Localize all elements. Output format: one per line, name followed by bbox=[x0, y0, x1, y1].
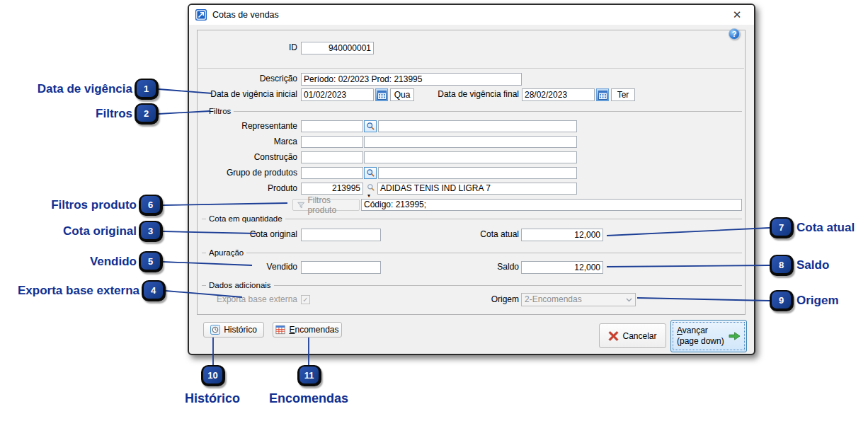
apuracao-group: Apuração bbox=[202, 253, 742, 254]
construcao-name-field[interactable] bbox=[364, 151, 577, 163]
app-icon bbox=[195, 9, 207, 21]
callout-badge-1: 1 bbox=[135, 79, 159, 100]
search-icon[interactable] bbox=[364, 120, 377, 132]
callout-badge-8: 8 bbox=[770, 255, 794, 276]
marca-code-field[interactable] bbox=[301, 136, 363, 148]
magnifier-glyph bbox=[366, 168, 375, 178]
avancar-button[interactable]: Avançar (page down) bbox=[670, 320, 747, 352]
callout-label-saldo: Saldo bbox=[796, 257, 829, 274]
cota-atual-label: Cota atual bbox=[480, 229, 519, 241]
section-separator bbox=[198, 68, 744, 69]
apuracao-legend: Apuração bbox=[206, 248, 246, 258]
calendar-glyph bbox=[598, 91, 607, 100]
origem-dropdown[interactable]: 2-Encomendas bbox=[521, 293, 636, 306]
saldo-field[interactable]: 12,000 bbox=[521, 261, 603, 274]
calendar-icon[interactable] bbox=[375, 88, 388, 101]
callout-label-origem: Origem bbox=[796, 292, 839, 309]
callout-badge-5: 5 bbox=[139, 251, 163, 272]
magnifier-glyph bbox=[366, 122, 375, 131]
callout-badge-6: 6 bbox=[139, 195, 163, 216]
produto-name-field[interactable]: ADIDAS TENIS IND LIGRA 7 bbox=[377, 183, 577, 195]
representante-label: Representante bbox=[241, 120, 297, 132]
green-arrow-icon bbox=[729, 331, 741, 341]
vigencia-inicial-label: Data de vigência inicial bbox=[210, 88, 297, 100]
callout-badge-3: 3 bbox=[139, 221, 163, 242]
help-icon[interactable]: ? bbox=[729, 28, 740, 40]
close-icon[interactable]: ✕ bbox=[723, 5, 751, 25]
saldo-label: Saldo bbox=[497, 261, 519, 273]
filtros-legend: Filtros bbox=[206, 106, 234, 117]
orders-grid-icon bbox=[275, 325, 285, 335]
vendido-label: Vendido bbox=[267, 261, 297, 273]
callout-label-data-de-vigencia: Data de vigência bbox=[38, 81, 132, 98]
historico-button[interactable]: Histórico bbox=[203, 322, 264, 338]
vendido-field[interactable] bbox=[301, 261, 381, 274]
page: Cotas de vendas ✕ ? ID 940000001 Descriç… bbox=[0, 0, 868, 421]
encomendas-button-label: Encomendas bbox=[289, 325, 338, 335]
descricao-label: Descrição bbox=[260, 73, 297, 85]
id-field[interactable]: 940000001 bbox=[301, 42, 374, 54]
callout-label-cota-original: Cota original bbox=[63, 223, 137, 240]
callout-badge-9: 9 bbox=[770, 290, 794, 311]
cancelar-button-label: Cancelar bbox=[622, 331, 656, 341]
marca-name-field[interactable] bbox=[364, 136, 577, 148]
descricao-field[interactable]: Período: 02/2023 Prod: 213995 bbox=[301, 73, 522, 86]
vigencia-inicial-field[interactable]: 01/02/2023 bbox=[301, 88, 374, 101]
cota-atual-field[interactable]: 12,000 bbox=[521, 229, 603, 241]
calendar-icon[interactable] bbox=[596, 88, 609, 101]
callout-label-vendido: Vendido bbox=[90, 253, 137, 270]
callout-badge-10: 10 bbox=[201, 365, 225, 386]
exporta-base-externa-label: Exporta base externa bbox=[217, 294, 297, 306]
calendar-glyph bbox=[377, 91, 387, 100]
weekday-final-box: Ter bbox=[611, 88, 635, 101]
dropdown-caret-icon[interactable]: ▾ bbox=[367, 193, 370, 198]
id-label: ID bbox=[289, 42, 297, 54]
cota-quantidade-legend: Cota em quantidade bbox=[206, 214, 285, 224]
representante-name-field[interactable] bbox=[378, 120, 577, 132]
callout-label-encomendas: Encomendas bbox=[259, 390, 358, 407]
vigencia-final-field[interactable]: 28/02/2023 bbox=[522, 88, 595, 101]
cota-quantidade-group: Cota em quantidade bbox=[202, 219, 742, 220]
magnifier-glyph bbox=[367, 183, 375, 192]
callout-badge-2: 2 bbox=[135, 103, 159, 125]
search-icon[interactable] bbox=[364, 167, 377, 179]
title-bar[interactable]: Cotas de vendas ✕ bbox=[189, 5, 754, 25]
callout-label-filtros: Filtros bbox=[96, 105, 132, 122]
cota-original-label: Cota original bbox=[250, 229, 297, 241]
construcao-code-field[interactable] bbox=[301, 151, 363, 163]
filtros-produto-button[interactable]: Filtros produto bbox=[292, 199, 360, 211]
search-icon[interactable] bbox=[365, 183, 377, 192]
exporta-base-externa-checkbox[interactable]: ✓ bbox=[301, 295, 310, 304]
cancel-x-icon bbox=[608, 330, 619, 341]
dados-adicionais-group: Dados adicionais bbox=[202, 285, 742, 287]
grupo-produtos-label: Grupo de produtos bbox=[227, 167, 297, 179]
historico-button-label: Histórico bbox=[224, 325, 257, 335]
callout-badge-11: 11 bbox=[297, 365, 321, 386]
vigencia-final-label: Data de vigência final bbox=[438, 88, 519, 100]
history-clock-icon bbox=[210, 325, 220, 335]
grupo-produtos-code-field[interactable] bbox=[301, 167, 363, 179]
cancelar-button[interactable]: Cancelar bbox=[599, 323, 666, 348]
produto-label: Produto bbox=[268, 183, 297, 195]
encomendas-button[interactable]: Encomendas bbox=[273, 322, 342, 338]
cotas-de-vendas-dialog: Cotas de vendas ✕ ? ID 940000001 Descriç… bbox=[188, 4, 755, 355]
cota-original-field[interactable] bbox=[301, 229, 381, 241]
callout-label-cota-atual: Cota atual bbox=[796, 219, 855, 236]
callout-badge-7: 7 bbox=[770, 217, 794, 238]
avancar-button-label: Avançar (page down) bbox=[677, 325, 724, 347]
filtros-group: Filtros bbox=[202, 111, 742, 113]
grupo-produtos-name-field[interactable] bbox=[378, 167, 577, 179]
callout-label-historico: Histórico bbox=[163, 390, 262, 407]
filtros-produto-field[interactable]: Código: 213995; bbox=[361, 199, 742, 211]
callout-label-exporta-base-externa: Exporta base externa bbox=[18, 282, 139, 299]
produto-code-field[interactable]: 213995 bbox=[301, 183, 363, 195]
representante-code-field[interactable] bbox=[301, 120, 363, 132]
origem-value: 2-Encomendas bbox=[525, 294, 582, 304]
chevron-down-icon bbox=[626, 298, 632, 302]
construcao-label: Construção bbox=[254, 151, 297, 163]
callout-label-filtros-produto: Filtros produto bbox=[51, 197, 137, 214]
filtros-produto-button-label: Filtros produto bbox=[307, 195, 355, 215]
dados-adicionais-legend: Dados adicionais bbox=[206, 280, 274, 291]
callout-badge-4: 4 bbox=[142, 280, 166, 301]
marca-label: Marca bbox=[274, 136, 297, 148]
